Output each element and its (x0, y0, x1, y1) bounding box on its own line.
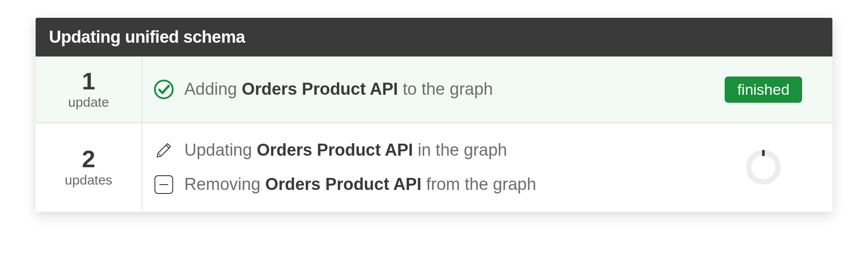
svg-line-2 (158, 153, 160, 155)
panel-title: Updating unified schema (36, 18, 832, 56)
text-strong: Orders Product API (265, 175, 422, 193)
text-suffix: from the graph (422, 175, 536, 193)
update-item: Updating Orders Product API in the graph (153, 133, 693, 167)
status-col (703, 123, 832, 212)
text-prefix: Adding (184, 80, 242, 98)
text-suffix: to the graph (398, 80, 493, 98)
update-item-text: Updating Orders Product API in the graph (184, 139, 507, 161)
status-badge: finished (725, 77, 802, 103)
update-group: 1 update Adding Orders Product API to th… (36, 56, 832, 123)
svg-line-1 (166, 145, 169, 148)
update-count: 1 update (36, 56, 142, 122)
status-col: finished (703, 56, 832, 122)
count-label: updates (65, 173, 113, 188)
text-suffix: in the graph (413, 141, 507, 159)
update-item: Adding Orders Product API to the graph (153, 72, 693, 106)
text-strong: Orders Product API (257, 141, 413, 159)
update-item: Removing Orders Product API from the gra… (153, 167, 693, 201)
count-number: 1 (82, 69, 95, 93)
svg-point-0 (155, 81, 173, 98)
schema-update-panel: Updating unified schema 1 update Adding … (36, 18, 832, 212)
count-number: 2 (82, 147, 95, 171)
update-count: 2 updates (36, 123, 142, 212)
update-item-text: Removing Orders Product API from the gra… (184, 173, 536, 195)
update-items: Updating Orders Product API in the graph… (142, 123, 703, 212)
remove-icon (153, 174, 174, 195)
update-item-text: Adding Orders Product API to the graph (184, 78, 493, 100)
pencil-icon (153, 140, 174, 161)
text-prefix: Updating (184, 141, 257, 159)
text-strong: Orders Product API (242, 80, 398, 98)
update-group: 2 updates Updating Orders Product API in… (36, 123, 832, 212)
update-items: Adding Orders Product API to the graph (142, 56, 703, 122)
loading-spinner-icon (746, 150, 781, 185)
count-label: update (68, 95, 109, 110)
text-prefix: Removing (184, 175, 265, 193)
check-circle-icon (153, 79, 174, 100)
